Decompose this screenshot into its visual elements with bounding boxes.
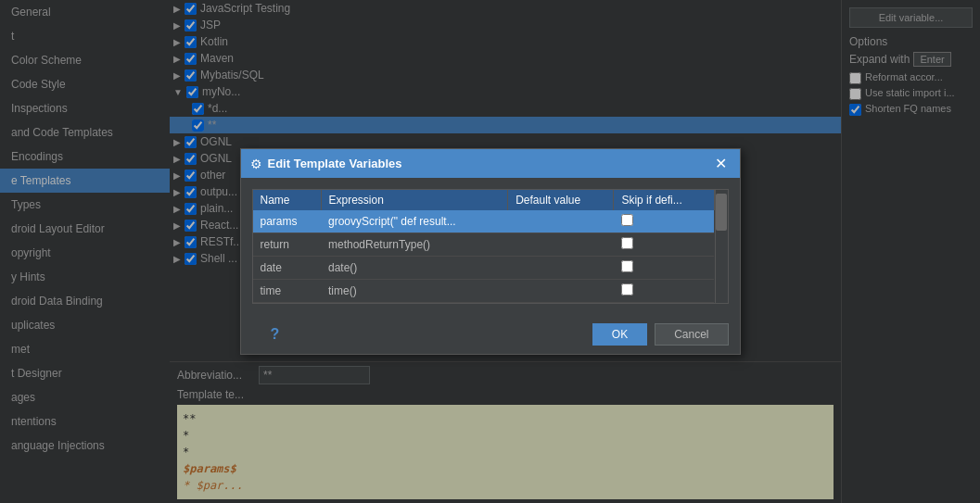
table-row-params[interactable]: params groovyScript(" def result... bbox=[253, 210, 715, 233]
cell-params-name: params bbox=[253, 210, 322, 233]
dialog-close-button[interactable]: ✕ bbox=[711, 155, 731, 172]
cell-time-skip bbox=[614, 280, 714, 303]
params-skip-checkbox[interactable] bbox=[621, 214, 633, 226]
dialog-ok-button[interactable]: OK bbox=[592, 323, 647, 346]
cell-time-default bbox=[508, 280, 614, 303]
dialog-content: Name Expression Default value Skip if de… bbox=[241, 178, 740, 315]
app-container: General t Color Scheme Code Style Inspec… bbox=[0, 0, 980, 503]
cell-date-expression: date() bbox=[321, 257, 508, 280]
table-row-time[interactable]: time time() bbox=[253, 280, 715, 303]
edit-template-variables-dialog: ⚙ Edit Template Variables ✕ Name Express… bbox=[240, 148, 741, 355]
col-default-value: Default value bbox=[508, 190, 614, 210]
table-row-date[interactable]: date date() bbox=[253, 257, 715, 280]
dialog-help-button[interactable]: ? bbox=[252, 322, 299, 346]
dialog-title-icon: ⚙ bbox=[250, 157, 262, 171]
cell-date-default bbox=[508, 257, 614, 280]
dialog-footer: ? OK Cancel bbox=[241, 315, 740, 354]
cell-date-skip bbox=[614, 257, 714, 280]
dialog-table-container: Name Expression Default value Skip if de… bbox=[252, 189, 729, 304]
dialog-buttons: OK Cancel bbox=[592, 323, 729, 346]
cell-date-name: date bbox=[253, 257, 322, 280]
dialog-overlay: ⚙ Edit Template Variables ✕ Name Express… bbox=[0, 0, 980, 503]
dialog-table-scroll: Name Expression Default value Skip if de… bbox=[253, 190, 715, 303]
dialog-scrollbar[interactable] bbox=[715, 190, 728, 303]
col-skip: Skip if defi... bbox=[614, 190, 714, 210]
dialog-table: Name Expression Default value Skip if de… bbox=[253, 190, 715, 303]
return-skip-checkbox[interactable] bbox=[621, 237, 633, 249]
time-skip-checkbox[interactable] bbox=[621, 283, 633, 296]
col-expression: Expression bbox=[321, 190, 508, 210]
cell-params-expression: groovyScript(" def result... bbox=[321, 210, 508, 233]
col-name: Name bbox=[253, 190, 322, 210]
cell-time-expression: time() bbox=[321, 280, 508, 303]
cell-return-expression: methodReturnType() bbox=[321, 233, 508, 257]
dialog-title-text: Edit Template Variables bbox=[268, 157, 711, 170]
table-row-return[interactable]: return methodReturnType() bbox=[253, 233, 715, 257]
scrollbar-thumb bbox=[716, 194, 727, 231]
cell-return-skip bbox=[614, 233, 714, 257]
dialog-cancel-button[interactable]: Cancel bbox=[655, 323, 728, 346]
dialog-titlebar: ⚙ Edit Template Variables ✕ bbox=[241, 149, 740, 178]
cell-return-default bbox=[508, 233, 614, 257]
cell-time-name: time bbox=[253, 280, 322, 303]
cell-params-skip bbox=[614, 210, 714, 233]
date-skip-checkbox[interactable] bbox=[621, 260, 633, 272]
cell-params-default bbox=[508, 210, 614, 233]
cell-return-name: return bbox=[253, 233, 322, 257]
